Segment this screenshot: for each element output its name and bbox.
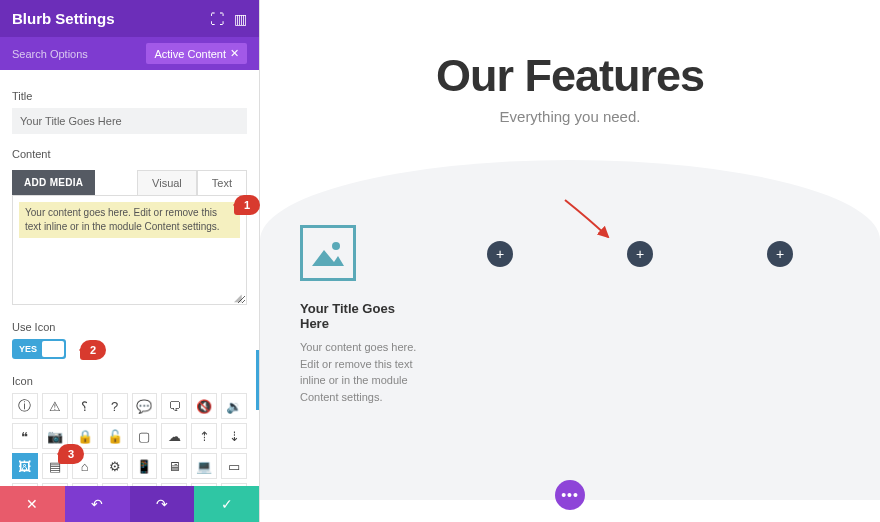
icon-option-help-circle[interactable]: ؟ — [72, 393, 98, 419]
blurb-module[interactable]: Your Title Goes Here Your content goes h… — [300, 225, 420, 405]
scroll-indicator[interactable] — [256, 350, 259, 410]
icon-option-desktop[interactable]: 🖥 — [161, 453, 187, 479]
settings-fab[interactable]: ••• — [555, 480, 585, 510]
icon-option-volume-off[interactable]: 🔇 — [191, 393, 217, 419]
page-title: Our Features — [260, 50, 880, 102]
blurb-text: Your content goes here. Edit or remove t… — [300, 339, 420, 405]
icon-grid: ⓘ⚠؟?💬🗨🔇🔉❝📷🔒🔓▢☁⇡⇣🖼▤⌂⚙📱🖥💻▭✉📨▲△📅🛒📎🏷📍📌⌄⌃‹›⌄⌃ — [12, 393, 247, 486]
icon-option-volume-low[interactable]: 🔉 — [221, 393, 247, 419]
blurb-title: Your Title Goes Here — [300, 301, 420, 331]
icon-option-question[interactable]: ? — [102, 393, 128, 419]
features-row: Your Title Goes Here Your content goes h… — [260, 225, 880, 405]
page-subtitle: Everything you need. — [260, 108, 880, 125]
icon-option-unlock[interactable]: 🔓 — [102, 423, 128, 449]
add-media-button[interactable]: ADD MEDIA — [12, 170, 95, 195]
icon-option-info[interactable]: ⓘ — [12, 393, 38, 419]
content-text: Your content goes here. Edit or remove t… — [19, 202, 240, 238]
icon-option-quote[interactable]: ❝ — [12, 423, 38, 449]
settings-panel: Blurb Settings ⛶ ▥ Search Options Active… — [0, 0, 260, 522]
icon-option-screen[interactable]: ▭ — [221, 453, 247, 479]
focus-icon[interactable]: ⛶ — [210, 11, 224, 27]
use-icon-toggle[interactable]: YES — [12, 339, 66, 359]
resize-grip-icon[interactable]: ◢ — [234, 292, 244, 302]
toggle-knob — [42, 341, 64, 357]
panel-body: Title Content ADD MEDIA Visual Text Your… — [0, 70, 259, 486]
icon-option-chat[interactable]: 💬 — [132, 393, 158, 419]
svg-point-1 — [332, 242, 340, 250]
preview-area: Our Features Everything you need. Your T… — [260, 0, 880, 522]
close-icon[interactable]: ✕ — [230, 47, 239, 60]
undo-button[interactable]: ↶ — [65, 486, 130, 522]
icon-option-image[interactable]: 🖼 — [12, 453, 38, 479]
annotation-marker-1: 1 — [234, 195, 260, 215]
title-label: Title — [12, 90, 247, 102]
redo-button[interactable]: ↷ — [130, 486, 195, 522]
icon-option-laptop[interactable]: 💻 — [191, 453, 217, 479]
panel-footer: ✕ ↶ ↷ ✓ — [0, 486, 259, 522]
annotation-marker-2: 2 — [80, 340, 106, 360]
annotation-marker-3: 3 — [58, 444, 84, 464]
panel-header: Blurb Settings ⛶ ▥ — [0, 0, 259, 37]
cancel-button[interactable]: ✕ — [0, 486, 65, 522]
icon-option-cloud-up[interactable]: ⇡ — [191, 423, 217, 449]
icon-option-warning[interactable]: ⚠ — [42, 393, 68, 419]
columns-icon[interactable]: ▥ — [234, 11, 247, 27]
panel-title: Blurb Settings — [12, 10, 115, 27]
icon-label: Icon — [12, 375, 247, 387]
add-module-button[interactable]: + — [627, 241, 653, 267]
tab-visual[interactable]: Visual — [137, 170, 197, 195]
icon-option-phone[interactable]: 📱 — [132, 453, 158, 479]
save-button[interactable]: ✓ — [194, 486, 259, 522]
content-editor[interactable]: Your content goes here. Edit or remove t… — [12, 195, 247, 305]
title-input[interactable] — [12, 108, 247, 134]
icon-option-box[interactable]: ▢ — [132, 423, 158, 449]
blurb-image-icon — [300, 225, 356, 281]
add-module-button[interactable]: + — [487, 241, 513, 267]
tab-text[interactable]: Text — [197, 170, 247, 195]
icon-option-cloud[interactable]: ☁ — [161, 423, 187, 449]
icon-option-chat-alt[interactable]: 🗨 — [161, 393, 187, 419]
icon-option-cloud-down[interactable]: ⇣ — [221, 423, 247, 449]
icon-option-settings[interactable]: ⚙ — [102, 453, 128, 479]
add-module-button[interactable]: + — [767, 241, 793, 267]
search-options[interactable]: Search Options — [12, 48, 88, 60]
content-label: Content — [12, 148, 247, 160]
panel-subheader: Search Options Active Content ✕ — [0, 37, 259, 70]
active-content-chip[interactable]: Active Content ✕ — [146, 43, 247, 64]
use-icon-label: Use Icon — [12, 321, 247, 333]
